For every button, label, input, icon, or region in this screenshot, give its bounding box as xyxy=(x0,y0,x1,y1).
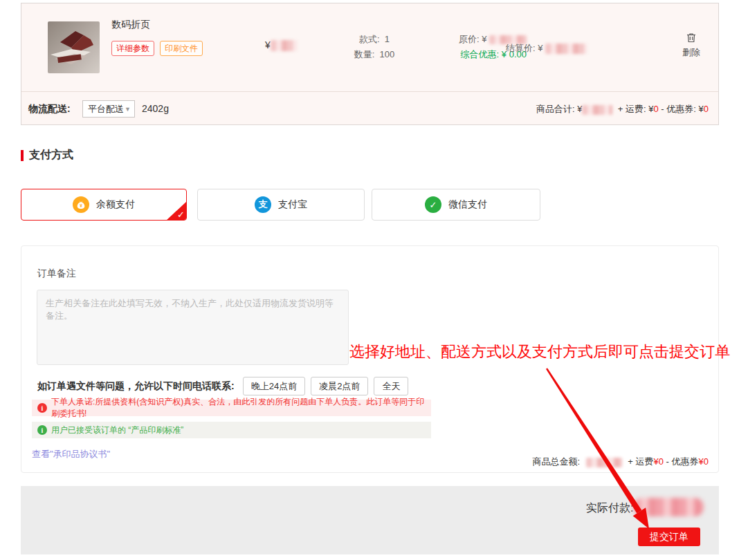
shipping-method-select[interactable]: 平台配送 ▼ xyxy=(82,100,135,118)
accepted-notice: i 用户已接受该订单的 “产品印刷标准” xyxy=(32,422,431,438)
delete-item-button[interactable]: 删除 xyxy=(673,32,709,59)
delete-label: 删除 xyxy=(673,46,709,59)
currency-symbol: ¥ xyxy=(265,39,271,50)
shipping-method-value: 平台配送 xyxy=(88,103,124,115)
redacted-price xyxy=(271,40,297,51)
section-accent-bar xyxy=(21,150,24,161)
info-icon: i xyxy=(37,403,47,413)
redacted-total xyxy=(586,458,622,467)
order-confirm-page: 数码折页 详细参数 印刷文件 ¥ 款式: 1 数量: 100 原价: ¥ xyxy=(0,0,739,560)
checkout-footer-bar: 实际付款: 提交订单 xyxy=(21,486,719,554)
selected-check-icon: ✓ xyxy=(177,209,185,220)
payment-option-label: 支付宝 xyxy=(278,198,307,211)
contact-time-row: 如订单遇文件等问题，允许以下时间电话联系: 晚上24点前 凌晨2点前 全天 xyxy=(37,377,414,395)
trash-icon xyxy=(686,35,696,45)
style-qty-column: 款式: 1 数量: 100 xyxy=(336,32,412,62)
qty-line: 数量: 100 xyxy=(336,47,412,62)
submit-order-button[interactable]: 提交订单 xyxy=(638,528,700,546)
warning-notice: i 下单人承诺:所提供资料(含知识产权)真实、合法，由此引发的所有问题由下单人负… xyxy=(32,400,431,416)
settlement-price: 结算价: ¥ xyxy=(506,42,658,55)
money-bag-icon: ¥ xyxy=(73,196,89,213)
contact-time-label: 如订单遇文件等问题，允许以下时间电话联系: xyxy=(37,380,235,393)
notes-title: 订单备注 xyxy=(37,268,76,280)
contact-option-all-day[interactable]: 全天 xyxy=(374,377,408,395)
payment-option-balance[interactable]: ¥ 余额支付 ✓ xyxy=(21,189,187,221)
payment-option-label: 余额支付 xyxy=(96,198,135,211)
payment-option-label: 微信支付 xyxy=(448,198,487,211)
svg-text:¥: ¥ xyxy=(80,203,82,208)
annotation-text: 选择好地址、配送方式以及支付方式后即可点击提交订单 xyxy=(349,342,730,362)
order-notes-textarea[interactable] xyxy=(37,290,349,365)
alipay-icon: 支 xyxy=(255,196,271,213)
actual-payment-label: 实际付款: xyxy=(586,501,633,516)
product-badges: 详细参数 印刷文件 xyxy=(111,41,203,56)
print-files-badge[interactable]: 印刷文件 xyxy=(160,41,203,56)
caret-down-icon: ▼ xyxy=(125,106,131,113)
product-row: 数码折页 详细参数 印刷文件 ¥ 款式: 1 数量: 100 原价: ¥ xyxy=(21,3,718,92)
package-weight: 2402g xyxy=(142,103,169,114)
agreement-link[interactable]: 查看"承印品协议书" xyxy=(32,448,110,460)
payment-section-header: 支付方式 xyxy=(21,148,73,162)
detail-params-badge[interactable]: 详细参数 xyxy=(111,41,154,56)
contact-option-before-2am[interactable]: 凌晨2点前 xyxy=(311,377,368,395)
order-item-card: 数码折页 详细参数 印刷文件 ¥ 款式: 1 数量: 100 原价: ¥ xyxy=(21,3,719,125)
contact-option-before-24[interactable]: 晚上24点前 xyxy=(243,377,305,395)
redacted-actual-payment xyxy=(633,498,704,516)
product-title: 数码折页 xyxy=(111,19,150,31)
accepted-notice-text: 用户已接受该订单的 “产品印刷标准” xyxy=(51,424,183,436)
payment-option-wechat[interactable]: ✓ 微信支付 xyxy=(372,189,540,221)
wechat-pay-icon: ✓ xyxy=(425,196,441,213)
logistics-label: 物流配送: xyxy=(28,103,71,115)
redacted-settlement-price xyxy=(545,44,587,54)
product-image xyxy=(48,21,100,73)
items-subtotal-line: 商品合计: ¥ + 运费: ¥0 - 优惠券: ¥0 xyxy=(536,103,709,115)
payment-option-alipay[interactable]: 支 支付宝 xyxy=(197,189,365,221)
style-line: 款式: 1 xyxy=(336,32,412,47)
info-icon: i xyxy=(37,425,47,435)
unit-price: ¥ xyxy=(265,39,297,51)
payment-section-title: 支付方式 xyxy=(29,148,73,162)
order-summary-line: 商品总金额: + 运费¥0 - 优惠券¥0 xyxy=(532,456,709,468)
logistics-row: 物流配送: 平台配送 ▼ 2402g 商品合计: ¥ + 运费: ¥0 - 优惠… xyxy=(21,93,718,125)
warning-notice-text: 下单人承诺:所提供资料(含知识产权)真实、合法，由此引发的所有问题由下单人负责。… xyxy=(51,396,426,420)
redacted-subtotal xyxy=(582,105,612,115)
